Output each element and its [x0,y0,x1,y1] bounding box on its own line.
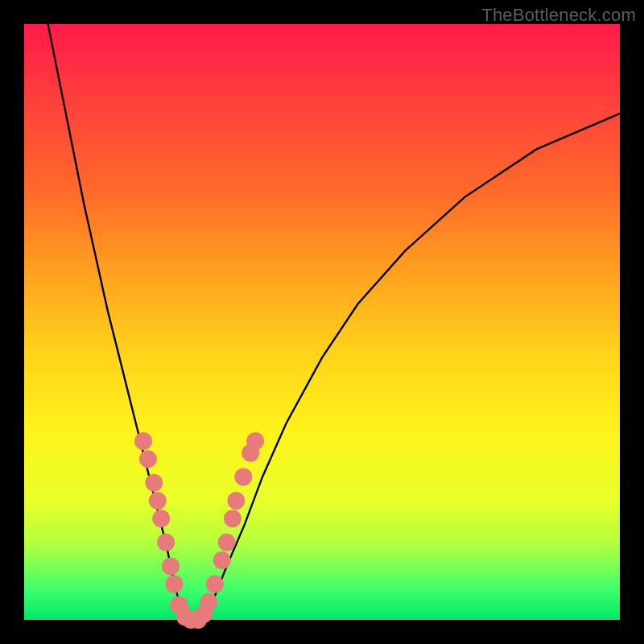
chart-svg [24,24,620,620]
marker-dot [145,474,163,492]
marker-dot [162,557,180,575]
marker-dot [246,432,264,450]
marker-dot [149,492,167,510]
marker-dot [152,510,170,527]
chart-frame: TheBottleneck.com [0,0,644,644]
marker-dot [166,576,184,593]
watermark-text: TheBottleneck.com [481,5,636,26]
bottleneck-curve-path [48,24,620,620]
marker-dot [227,492,245,510]
marker-dot [157,534,175,551]
marker-dot [218,534,236,551]
marker-dot [213,551,231,569]
marker-dot [134,432,152,450]
marker-dot [234,468,252,485]
marker-dot [224,510,242,527]
marker-dot [139,450,157,468]
plot-area [24,24,620,620]
marker-dot [200,593,217,611]
highlight-markers [134,432,264,629]
marker-dot [206,576,224,593]
